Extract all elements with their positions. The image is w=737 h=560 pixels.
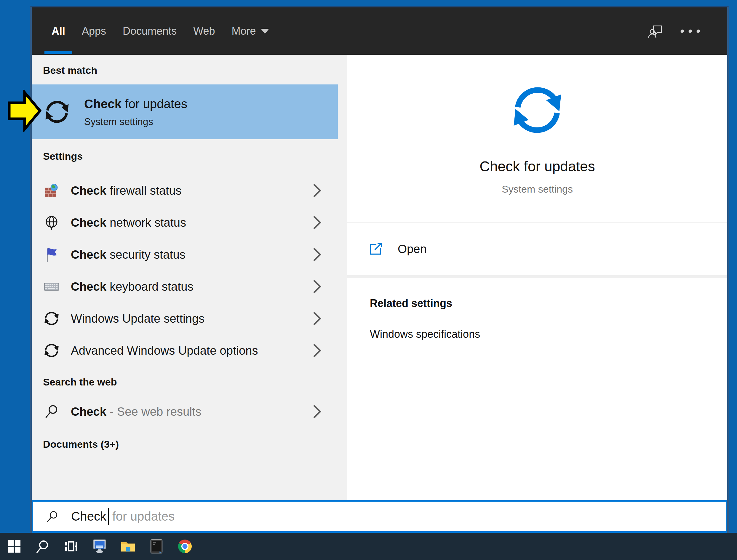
windows-logo-icon [7,540,21,553]
user-feedback-icon[interactable] [647,23,664,40]
file-explorer-app[interactable] [114,533,142,560]
result-label: Check - See web results [71,405,201,418]
chevron-right-icon[interactable] [313,216,322,229]
result-advanced-windows-update-options[interactable]: Advanced Windows Update options [32,335,338,367]
chevron-right-icon[interactable] [313,280,322,293]
documents-heading: Documents (3+) [32,438,347,451]
tab-all[interactable]: All [43,7,73,55]
tab-documents[interactable]: Documents [114,7,185,55]
search-input-text: Check for updates [71,508,175,525]
result-check-network-status[interactable]: Check network status [32,207,338,239]
refresh-icon [43,310,60,327]
preview-title: Check for updates [347,157,727,176]
search-input[interactable]: Check for updates [32,500,727,533]
chrome-app[interactable] [171,533,199,560]
tab-documents-label: Documents [123,25,177,37]
result-windows-update-settings[interactable]: Windows Update settings [32,303,338,335]
task-view-button[interactable] [57,533,85,560]
result-check-see-web-results[interactable]: Check - See web results [32,396,338,428]
firewall-icon [43,182,60,199]
more-options-icon[interactable] [679,27,701,35]
touch-keyboard-app[interactable] [85,533,114,560]
monitor-keyboard-icon [92,539,107,554]
divider [347,275,727,278]
search-header: All Apps Documents Web More [32,7,727,55]
best-match-subtitle: System settings [84,116,187,128]
result-check-security-status[interactable]: Check security status [32,239,338,271]
chevron-right-icon[interactable] [313,248,322,261]
start-search-window: All Apps Documents Web More [30,6,729,533]
chevron-right-icon[interactable] [313,405,322,418]
open-action[interactable]: Open [347,223,727,275]
taskbar [0,533,737,560]
search-filter-tabs: All Apps Documents Web More [43,7,277,55]
preview-hero: Check for updates System settings [347,55,727,196]
chrome-icon [178,540,192,553]
tab-web-label: Web [193,25,215,37]
search-typed-text: Check [71,509,106,524]
result-label: Windows Update settings [71,312,204,325]
open-external-icon [368,241,383,257]
terminal-app[interactable] [142,533,171,560]
terminal-icon [150,539,163,554]
result-label: Check keyboard status [71,280,194,293]
chevron-right-icon[interactable] [313,312,322,325]
results-panel: Best match Check for updates System sett… [32,55,347,500]
folder-icon [121,540,135,553]
settings-results: Check firewall status Check network st [32,175,347,367]
best-match-title: Check for updates [84,96,187,112]
related-settings-heading: Related settings [347,297,727,310]
annotation-arrow [8,90,41,132]
chevron-right-icon[interactable] [313,184,322,197]
tab-all-label: All [52,25,65,37]
result-check-keyboard-status[interactable]: Check keyboard status [32,271,338,303]
search-icon [46,510,59,523]
search-the-web-heading: Search the web [32,375,347,388]
result-label: Check firewall status [71,184,181,197]
tab-apps[interactable]: Apps [73,7,114,55]
chevron-down-icon [261,29,269,34]
task-view-icon [64,539,78,553]
start-button[interactable] [0,533,28,560]
refresh-icon [43,342,60,359]
active-tab-underline [44,51,72,54]
result-check-firewall-status[interactable]: Check firewall status [32,175,338,207]
search-icon [43,403,60,420]
open-action-label: Open [398,242,427,256]
text-cursor [108,508,109,525]
globe-icon [43,214,60,231]
tab-more[interactable]: More [223,7,277,55]
search-suggestion-text: for updates [112,509,175,524]
best-match-result-check-for-updates[interactable]: Check for updates System settings [32,84,338,139]
tab-web[interactable]: Web [185,7,223,55]
result-label: Check security status [71,248,186,261]
tab-more-label: More [232,25,256,37]
result-label: Advanced Windows Update options [71,344,258,357]
best-match-text: Check for updates System settings [84,96,187,128]
refresh-icon [43,98,71,126]
preview-subtitle: System settings [347,182,727,196]
search-icon [36,539,50,553]
related-item-windows-specifications[interactable]: Windows specifications [347,328,727,341]
keyboard-icon [43,278,60,295]
settings-heading: Settings [32,150,347,163]
refresh-icon [509,81,566,139]
chevron-right-icon[interactable] [313,344,322,357]
tab-apps-label: Apps [82,25,106,37]
taskbar-search-button[interactable] [28,533,57,560]
flag-icon [43,246,60,263]
preview-panel: Check for updates System settings Open R… [347,55,727,500]
best-match-heading: Best match [32,64,347,77]
result-label: Check network status [71,216,186,229]
desktop: All Apps Documents Web More [0,0,737,560]
